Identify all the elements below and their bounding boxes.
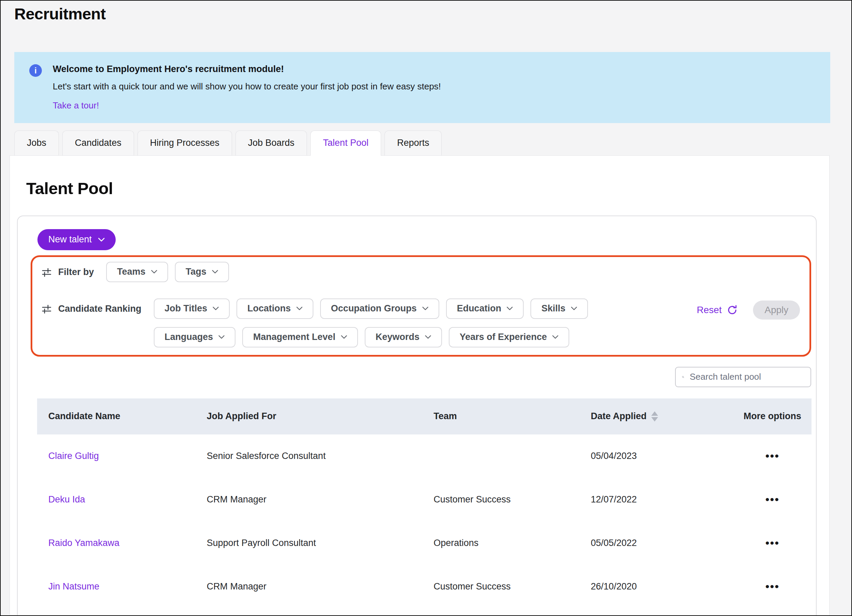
welcome-banner: i Welcome to Employment Hero's recruitme… <box>14 52 830 123</box>
chevron-down-icon <box>296 307 302 310</box>
chevron-down-icon <box>552 335 558 339</box>
filter-section: Filter by Teams Tags Candidate Ranking J… <box>31 255 811 357</box>
table-row: Raido Yamakawa Support Payroll Consultan… <box>37 521 811 565</box>
row-more-options-button[interactable]: ••• <box>763 537 782 549</box>
search-input[interactable] <box>689 371 804 383</box>
column-header-more-options: More options <box>733 411 811 422</box>
row-more-options-button[interactable]: ••• <box>763 493 782 506</box>
tab-jobs[interactable]: Jobs <box>14 131 59 155</box>
refresh-icon <box>727 304 738 316</box>
ranking-dropdown-occupation-groups[interactable]: Occupation Groups <box>320 298 439 319</box>
team-cell: Customer Success <box>434 581 591 592</box>
sort-arrows-icon[interactable] <box>651 411 658 422</box>
chevron-down-icon <box>341 335 347 339</box>
candidate-ranking-row: Candidate Ranking Job Titles Locations O… <box>41 298 800 348</box>
banner-content: Welcome to Employment Hero's recruitment… <box>53 63 441 111</box>
chevron-down-icon <box>213 307 219 310</box>
talent-pool-panel: Talent Pool New talent Filter by Teams T… <box>9 155 829 616</box>
sliders-icon <box>41 304 52 315</box>
table-row: Jin Natsume CRM Manager Customer Success… <box>37 565 811 608</box>
module-tabs: Jobs Candidates Hiring Processes Job Boa… <box>14 131 851 155</box>
ranking-dropdown-education[interactable]: Education <box>446 298 524 319</box>
candidate-ranking-label: Candidate Ranking <box>41 298 142 319</box>
job-applied-cell: CRM Manager <box>207 581 434 592</box>
filter-dropdown-teams[interactable]: Teams <box>106 262 168 282</box>
ranking-dropdown-keywords[interactable]: Keywords <box>365 327 442 348</box>
recruitment-page: Recruitment i Welcome to Employment Hero… <box>0 0 852 616</box>
row-more-options-button[interactable]: ••• <box>763 450 782 462</box>
candidate-name-link[interactable]: Raido Yamakawa <box>48 538 119 548</box>
table-row: Deku Ida CRM Manager Customer Success 12… <box>37 478 811 521</box>
ranking-dropdown-skills[interactable]: Skills <box>530 298 588 319</box>
chevron-down-icon <box>151 270 157 274</box>
tab-candidates[interactable]: Candidates <box>62 131 134 155</box>
chevron-down-icon <box>507 307 513 310</box>
team-cell: Customer Success <box>434 494 591 505</box>
column-header-team: Team <box>434 411 591 422</box>
table-header: Candidate Name Job Applied For Team Date… <box>37 398 811 434</box>
date-applied-cell: 26/10/2020 <box>591 581 733 592</box>
take-a-tour-link[interactable]: Take a tour! <box>53 100 99 111</box>
filter-dropdown-tags[interactable]: Tags <box>175 262 229 282</box>
chevron-down-icon <box>98 238 105 242</box>
ranking-dropdown-management-level[interactable]: Management Level <box>242 327 358 348</box>
team-cell: Operations <box>434 538 591 548</box>
chevron-down-icon <box>571 307 577 310</box>
ranking-dropdown-years-of-experience[interactable]: Years of Experience <box>449 327 570 348</box>
filter-by-row: Filter by Teams Tags <box>41 262 800 283</box>
candidate-name-link[interactable]: Deku Ida <box>48 494 85 505</box>
search-row <box>18 367 811 387</box>
tab-hiring-processes[interactable]: Hiring Processes <box>137 131 232 155</box>
banner-subtitle: Let's start with a quick tour and we wil… <box>53 81 441 92</box>
ranking-dropdown-job-titles[interactable]: Job Titles <box>154 298 230 319</box>
candidate-name-link[interactable]: Jin Natsume <box>48 581 99 592</box>
talent-pool-card: New talent Filter by Teams Tags <box>17 215 817 616</box>
column-header-date-applied: Date Applied <box>591 411 733 422</box>
job-applied-cell: Senior Salesforce Consultant <box>207 451 434 461</box>
chevron-down-icon <box>425 335 431 339</box>
tab-reports[interactable]: Reports <box>384 131 442 155</box>
filter-by-label: Filter by <box>41 262 94 283</box>
candidate-ranking-dropdowns: Job Titles Locations Occupation Groups E… <box>154 298 637 348</box>
job-applied-cell: Support Payroll Consultant <box>207 538 434 548</box>
filter-by-dropdowns: Teams Tags <box>106 262 229 282</box>
search-box <box>675 367 811 387</box>
page-title: Recruitment <box>14 5 851 23</box>
chevron-down-icon <box>212 270 218 274</box>
column-header-candidate-name: Candidate Name <box>37 411 207 422</box>
filter-actions: Reset Apply <box>695 301 800 319</box>
candidate-name-link[interactable]: Claire Gultig <box>48 451 99 461</box>
banner-title: Welcome to Employment Hero's recruitment… <box>53 63 441 74</box>
column-header-job-applied-for: Job Applied For <box>207 411 434 422</box>
info-icon: i <box>29 64 42 77</box>
date-applied-cell: 12/07/2022 <box>591 494 733 505</box>
ranking-dropdown-languages[interactable]: Languages <box>154 327 236 348</box>
table-row: Claire Gultig Senior Salesforce Consulta… <box>37 434 811 478</box>
apply-button[interactable]: Apply <box>753 301 800 319</box>
row-more-options-button[interactable]: ••• <box>763 580 782 593</box>
date-applied-cell: 05/04/2023 <box>591 451 733 461</box>
search-icon <box>682 372 684 382</box>
tab-talent-pool[interactable]: Talent Pool <box>310 131 381 155</box>
section-title: Talent Pool <box>26 179 829 198</box>
chevron-down-icon <box>218 335 225 339</box>
date-applied-cell: 05/05/2022 <box>591 538 733 548</box>
tab-job-boards[interactable]: Job Boards <box>236 131 307 155</box>
reset-button[interactable]: Reset <box>695 304 740 316</box>
new-talent-button[interactable]: New talent <box>38 229 116 250</box>
ranking-dropdown-locations[interactable]: Locations <box>236 298 313 319</box>
talent-pool-table: Candidate Name Job Applied For Team Date… <box>37 398 811 608</box>
job-applied-cell: CRM Manager <box>207 494 434 505</box>
sliders-icon <box>41 267 52 278</box>
chevron-down-icon <box>422 307 428 310</box>
